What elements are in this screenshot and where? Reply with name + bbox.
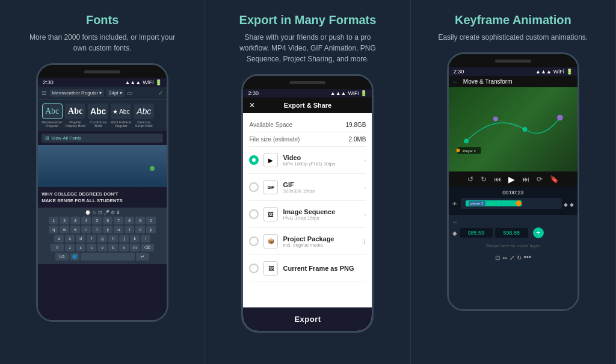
kb-key-123[interactable]: !#1 [55, 253, 69, 261]
font-selector[interactable]: Merriweather Regular ▾ [49, 89, 104, 97]
kb-key-k[interactable]: k [130, 235, 140, 242]
kb-key-f[interactable]: f [87, 235, 96, 242]
kb-key-7[interactable]: 7 [114, 217, 123, 224]
crop-icon[interactable]: ⊡ [495, 254, 500, 261]
kb-key-i[interactable]: i [125, 226, 134, 233]
kb-key-r[interactable]: r [81, 226, 91, 233]
kb-key-m[interactable]: m [130, 244, 140, 251]
kb-key-g[interactable]: g [97, 235, 107, 242]
kb-key-s[interactable]: s [65, 235, 75, 242]
kb-key-4[interactable]: 4 [81, 217, 91, 224]
export-option-project-package[interactable]: 📦 Project Package incl. original media ℹ [249, 228, 366, 255]
export-button[interactable]: Export [243, 307, 372, 331]
menu-icon[interactable]: ☰ [42, 90, 47, 96]
bookmark-button[interactable]: 🔖 [550, 175, 559, 184]
close-button[interactable]: ✕ [249, 101, 255, 110]
kb-icon-6[interactable]: ⬇ [116, 210, 120, 215]
font-preview: Abc [65, 103, 85, 119]
undo-button[interactable]: ↺ [467, 175, 473, 184]
kf-track-main[interactable]: player 2 [461, 198, 562, 209]
keyboard[interactable]: ⌚ ☺ ⊡ 🎤 ⚙ ⬇ 1 2 3 4 5 6 7 [38, 208, 167, 264]
export-option-current-frame[interactable]: 🖼 Current Frame as PNG [249, 255, 366, 282]
kb-key-w[interactable]: w [60, 226, 69, 233]
file-size-label: File size (estimate) [249, 136, 300, 143]
expand-icon[interactable]: ⤢ [510, 254, 514, 261]
export-option-image-sequence[interactable]: 🖼 Image Sequence PNG 1Kep 15fps › [249, 201, 366, 228]
confirm-icon[interactable]: ✓ [158, 90, 163, 96]
loop-button[interactable]: ⟳ [537, 175, 543, 184]
kb-icon-3[interactable]: ⊡ [98, 210, 102, 215]
font-item-dancing[interactable]: Abc DancingScript Bold [134, 103, 154, 128]
arrow-left-icon[interactable]: ← [452, 218, 458, 225]
kb-key-x[interactable]: x [76, 244, 85, 251]
option-sub-project-package: incl. original media [283, 242, 359, 248]
kb-key-6[interactable]: 6 [103, 217, 112, 224]
kb-key-a[interactable]: a [54, 235, 64, 242]
font-size-selector[interactable]: 24pt ▾ [106, 89, 125, 97]
kb-key-d[interactable]: d [76, 235, 85, 242]
kb-key-t[interactable]: t [92, 226, 102, 233]
kb-key-o[interactable]: o [135, 226, 145, 233]
kb-key-1[interactable]: 1 [49, 217, 58, 224]
option-text-project-package: Project Package incl. original media [283, 235, 359, 248]
font-item-abril[interactable]: ★ Abc Abril FatfaceRegular [111, 103, 131, 128]
text-box-icon[interactable]: ▭ [127, 90, 132, 96]
font-item-comfortaa[interactable]: Abc ComfortaaBold [88, 103, 108, 128]
kb-key-l[interactable]: l [141, 235, 150, 242]
kb-key-enter[interactable]: ↵ [136, 253, 149, 261]
flip-h-icon[interactable]: ⇔ [502, 254, 507, 261]
add-keyframe-button[interactable]: + [533, 227, 544, 238]
export-option-video[interactable]: ▶ Video MP4 1080p (FHD) 30fps › [249, 147, 366, 174]
play-button[interactable]: ▶ [508, 174, 515, 184]
kf-prop-x-value[interactable]: 985.53 [460, 228, 493, 238]
phone-notch-2 [243, 76, 372, 89]
view-all-fonts-button[interactable]: ⊞ View All Fonts [42, 134, 163, 143]
kb-key-3[interactable]: 3 [70, 217, 80, 224]
rotate-icon[interactable]: ↻ [517, 254, 522, 261]
kb-icon-2[interactable]: ☺ [92, 210, 97, 215]
kb-key-0[interactable]: 0 [146, 217, 156, 224]
kb-row-qwerty: q w e r t y u i o p [40, 226, 164, 233]
skip-back-button[interactable]: ⏮ [494, 175, 501, 184]
kb-key-q[interactable]: q [49, 226, 58, 233]
back-button[interactable]: ← [452, 78, 458, 85]
kb-key-e[interactable]: e [70, 226, 80, 233]
kb-icon-5[interactable]: ⚙ [111, 210, 115, 215]
kb-key-u[interactable]: u [114, 226, 123, 233]
kb-key-9[interactable]: 9 [135, 217, 145, 224]
kb-key-shift[interactable]: ⇧ [51, 244, 64, 251]
kb-key-space[interactable] [81, 253, 135, 261]
toolbar-left: ☰ Merriweather Regular ▾ 24pt ▾ ▭ [42, 89, 156, 97]
font-item-merriweather[interactable]: Abc MerriweatherRegular [42, 103, 63, 128]
kb-key-y[interactable]: y [103, 226, 112, 233]
kb-key-b[interactable]: b [108, 244, 118, 251]
export-option-gif[interactable]: GIF GIF 320x338 15fps › [249, 174, 366, 201]
export-title: Export in Many Formats [239, 13, 377, 27]
more-icon[interactable]: ••• [524, 253, 532, 262]
radio-project-package [249, 236, 259, 246]
kb-key-p[interactable]: p [146, 226, 156, 233]
kb-key-5[interactable]: 5 [92, 217, 102, 224]
chevron-icon-image-sequence: › [364, 211, 366, 218]
kf-prop-y-value[interactable]: 596.88 [495, 228, 528, 238]
kb-key-backspace[interactable]: ⌫ [141, 244, 154, 251]
kb-key-h[interactable]: h [108, 235, 118, 242]
kf-track-side-icons: ◆ ◆ [564, 202, 574, 208]
kb-key-v[interactable]: v [97, 244, 107, 251]
kb-key-z[interactable]: z [65, 244, 75, 251]
font-item-playfair[interactable]: Abc PlayfairDisplay Bold [65, 103, 85, 128]
kb-icon-4[interactable]: 🎤 [103, 210, 109, 215]
redo-button[interactable]: ↻ [481, 175, 487, 184]
skip-forward-button[interactable]: ⏭ [522, 175, 529, 184]
kb-key-c[interactable]: c [87, 244, 96, 251]
battery-icon-2: 🔋 [360, 90, 367, 96]
kb-key-8[interactable]: 8 [125, 217, 134, 224]
kb-key-n[interactable]: n [119, 244, 129, 251]
kb-key-2[interactable]: 2 [60, 217, 69, 224]
eye-icon[interactable]: 👁 [452, 202, 457, 207]
option-name-gif: GIF [283, 181, 359, 188]
kb-row-asdf: a s d f g h j k l [40, 235, 164, 242]
kb-key-globe[interactable]: 🌐 [70, 253, 79, 261]
kb-icon-1[interactable]: ⌚ [85, 210, 91, 215]
kb-key-j[interactable]: j [119, 235, 129, 242]
